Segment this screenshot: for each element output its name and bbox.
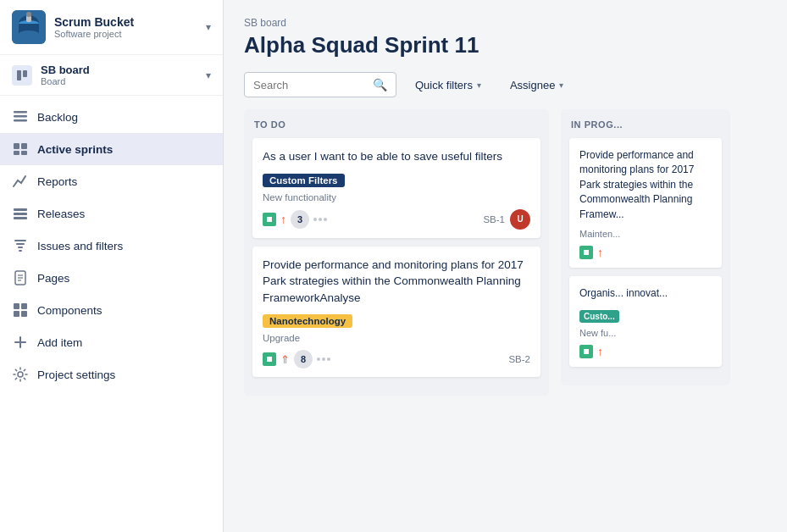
page-title: Alpha Squad Sprint 11: [244, 32, 767, 58]
svg-point-33: [18, 372, 23, 377]
sidebar-label-backlog: Backlog: [37, 111, 78, 124]
toolbar: 🔍 Quick filters ▾ Assignee ▾: [224, 72, 787, 109]
card-footer-2: ⇑ 8 SB-2: [263, 350, 530, 369]
svg-rect-19: [14, 240, 26, 241]
story-icon-2: [263, 352, 276, 366]
card-id-2: SB-2: [508, 354, 530, 364]
add-icon: [12, 334, 29, 351]
story-points-1: 3: [291, 210, 309, 229]
column-inprogress-header: IN PROG...: [569, 119, 722, 130]
svg-rect-16: [14, 208, 27, 211]
sidebar-label-active-sprints: Active sprints: [37, 143, 113, 156]
card-meta-1: New functionality: [263, 192, 530, 202]
card-4: Organis... innovat... Custo... New fu...…: [569, 276, 722, 367]
project-avatar: [12, 10, 46, 44]
svg-rect-10: [14, 115, 27, 118]
card-right-info-1: SB-1 U: [483, 209, 530, 230]
assignee-chevron-icon: ▾: [559, 80, 563, 90]
card-footer-1: ↑ 3 SB-1 U: [263, 209, 530, 230]
column-inprogress: IN PROG... Provide performance and monit…: [561, 109, 730, 385]
assignee-button[interactable]: Assignee ▾: [500, 74, 574, 97]
svg-point-6: [26, 12, 31, 17]
priority-icon-4: ↑: [597, 345, 603, 358]
sidebar-label-components: Components: [37, 304, 103, 317]
components-icon: [12, 302, 29, 319]
sidebar-item-components[interactable]: Components: [0, 294, 223, 326]
sidebar-item-project-settings[interactable]: Project settings: [0, 358, 223, 391]
sprint-icon: [12, 141, 29, 158]
search-box[interactable]: 🔍: [244, 72, 396, 97]
svg-rect-9: [14, 111, 27, 114]
svg-rect-32: [14, 341, 26, 343]
sidebar-label-add-item: Add item: [37, 336, 82, 349]
more-button-2[interactable]: [317, 357, 330, 361]
project-sub: Software project: [54, 29, 206, 39]
filter-icon: [12, 237, 29, 254]
project-name: Scrum Bucket: [54, 15, 206, 29]
svg-rect-13: [21, 143, 27, 149]
sidebar-label-pages: Pages: [37, 272, 69, 285]
sidebar-label-releases: Releases: [37, 208, 85, 220]
board-chevron-icon: ▾: [206, 69, 211, 81]
card-1: As a user I want to be able to save usef…: [252, 138, 540, 238]
card-title-1: As a user I want to be able to save usef…: [263, 148, 530, 165]
card-title-4: Organis... innovat...: [579, 286, 712, 301]
sidebar-item-reports[interactable]: Reports: [0, 165, 223, 197]
sidebar-item-active-sprints[interactable]: Active sprints: [0, 133, 223, 165]
sidebar-item-backlog[interactable]: Backlog: [0, 101, 223, 133]
chart-icon: [12, 173, 29, 190]
card-footer-4: ↑: [579, 345, 712, 358]
svg-point-4: [19, 30, 39, 37]
list-icon: [12, 108, 29, 125]
project-info: Scrum Bucket Software project: [54, 15, 206, 39]
board-type: Board: [41, 76, 206, 86]
story-icon-1: [263, 213, 276, 226]
avatar-1: U: [510, 209, 530, 230]
column-todo-header: TO DO: [252, 119, 540, 130]
svg-rect-22: [19, 250, 22, 252]
card-tag-1: Custom Filters: [263, 174, 345, 187]
svg-rect-7: [17, 70, 21, 80]
main-content: SB board Alpha Squad Sprint 11 🔍 Quick f…: [224, 0, 787, 532]
sidebar-label-issues-filters: Issues and filters: [37, 240, 123, 252]
sidebar-item-issues-filters[interactable]: Issues and filters: [0, 230, 223, 262]
card-footer-3: ↑: [579, 246, 712, 259]
board-icon: [12, 65, 32, 86]
search-icon: 🔍: [373, 78, 387, 91]
svg-rect-27: [14, 303, 19, 309]
column-todo: TO DO As a user I want to be able to sav…: [244, 109, 549, 396]
sidebar-item-add-item[interactable]: Add item: [0, 326, 223, 358]
card-actions-4: ↑: [579, 345, 603, 358]
release-icon: [12, 205, 29, 222]
svg-rect-12: [14, 143, 19, 149]
story-icon-4: [579, 345, 593, 358]
priority-icon-3: ↑: [597, 246, 603, 259]
priority-icon-2: ⇑: [280, 353, 290, 366]
card-meta-4: New fu...: [579, 328, 712, 338]
quick-filters-button[interactable]: Quick filters ▾: [405, 74, 491, 97]
sidebar-label-project-settings: Project settings: [37, 369, 115, 381]
card-title-2: Provide performance and monitoring plans…: [263, 257, 530, 307]
quick-filters-chevron-icon: ▾: [477, 80, 481, 90]
svg-rect-29: [14, 311, 19, 317]
board-section[interactable]: SB board Board ▾: [0, 55, 223, 96]
settings-icon: [12, 366, 29, 383]
sidebar-label-reports: Reports: [37, 175, 77, 188]
card-tag-4: Custo...: [579, 310, 619, 323]
board-name: SB board: [41, 64, 206, 76]
card-tag-2: Nanotechnology: [263, 314, 352, 328]
priority-icon-1: ↑: [280, 213, 286, 226]
sidebar-item-pages[interactable]: Pages: [0, 262, 223, 294]
page-icon: [12, 269, 29, 286]
sidebar: Scrum Bucket Software project ▾ SB board…: [0, 0, 224, 532]
project-header[interactable]: Scrum Bucket Software project ▾: [0, 0, 223, 55]
search-input[interactable]: [253, 79, 373, 91]
story-icon-3: [579, 246, 593, 259]
svg-rect-30: [21, 311, 27, 317]
sidebar-item-releases[interactable]: Releases: [0, 197, 223, 230]
more-button-1[interactable]: [313, 218, 327, 221]
card-3: Provide performance and monitoring plans…: [569, 138, 722, 268]
card-id-1: SB-1: [483, 214, 505, 224]
svg-rect-18: [14, 217, 27, 219]
svg-rect-14: [14, 151, 19, 155]
